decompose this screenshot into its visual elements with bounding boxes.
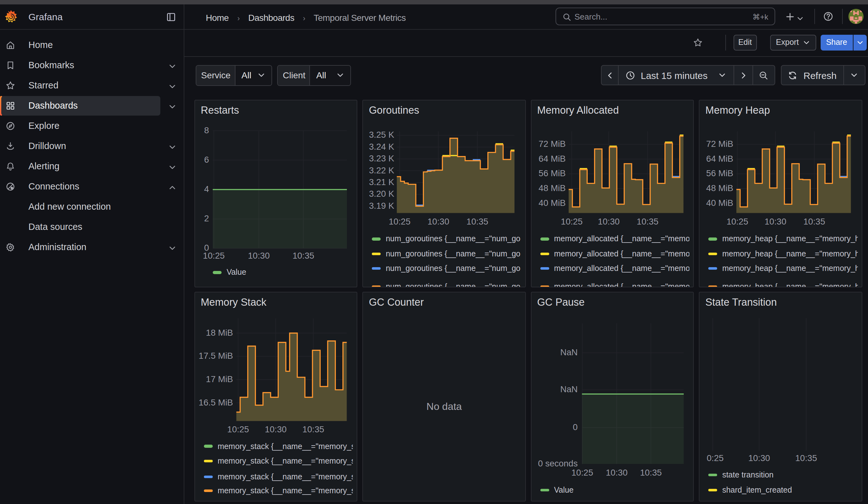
svg-text:10:30: 10:30 [765,217,787,226]
svg-text:10:30: 10:30 [428,217,450,226]
svg-text:10:35: 10:35 [637,217,659,226]
svg-text:10:30: 10:30 [748,453,770,463]
svg-text:10:35: 10:35 [302,424,324,434]
svg-text:10:30: 10:30 [606,468,628,477]
svg-text:3.19 K: 3.19 K [369,201,394,210]
svg-text:10:25: 10:25 [203,251,225,261]
svg-text:10:25: 10:25 [726,217,748,226]
svg-text:17 MiB: 17 MiB [206,374,233,384]
svg-text:3.23 K: 3.23 K [369,154,394,164]
svg-text:48 MiB: 48 MiB [706,184,734,193]
svg-text:NaN: NaN [560,384,578,394]
svg-text:6: 6 [204,155,209,165]
svg-text:16.5 MiB: 16.5 MiB [198,397,233,407]
svg-text:3.22 K: 3.22 K [369,165,394,175]
svg-text:4: 4 [204,184,209,194]
svg-text:NaN: NaN [560,347,578,357]
svg-text:3.24 K: 3.24 K [369,142,394,152]
svg-text:72 MiB: 72 MiB [538,139,566,149]
svg-text:72 MiB: 72 MiB [706,139,734,149]
svg-text:3.25 K: 3.25 K [369,130,394,140]
svg-text:40 MiB: 40 MiB [538,198,566,208]
svg-text:10:35: 10:35 [292,251,314,261]
svg-text:18 MiB: 18 MiB [206,328,233,338]
svg-text:0 seconds: 0 seconds [538,459,578,468]
svg-text:64 MiB: 64 MiB [538,154,566,164]
svg-text:10:35: 10:35 [804,217,825,226]
svg-text:3.21 K: 3.21 K [369,177,394,187]
svg-text:56 MiB: 56 MiB [538,169,566,178]
svg-text:10:35: 10:35 [467,217,489,226]
svg-text:3.20 K: 3.20 K [369,189,394,199]
svg-text:10:25: 10:25 [702,453,724,463]
svg-text:10:25: 10:25 [571,468,593,477]
svg-text:40 MiB: 40 MiB [706,198,734,208]
svg-text:48 MiB: 48 MiB [538,184,566,193]
svg-text:10:30: 10:30 [598,217,620,226]
svg-text:8: 8 [204,126,209,135]
svg-text:0: 0 [573,422,578,432]
svg-text:17.5 MiB: 17.5 MiB [198,351,233,361]
svg-text:10:25: 10:25 [227,424,249,434]
svg-text:10:35: 10:35 [640,468,662,477]
svg-text:2: 2 [204,214,209,224]
svg-text:10:25: 10:25 [389,217,411,226]
svg-text:56 MiB: 56 MiB [706,169,734,178]
svg-text:10:30: 10:30 [248,251,270,261]
svg-text:10:30: 10:30 [265,424,287,434]
svg-text:64 MiB: 64 MiB [706,154,734,164]
svg-text:10:25: 10:25 [561,217,583,226]
svg-text:10:35: 10:35 [795,453,817,463]
